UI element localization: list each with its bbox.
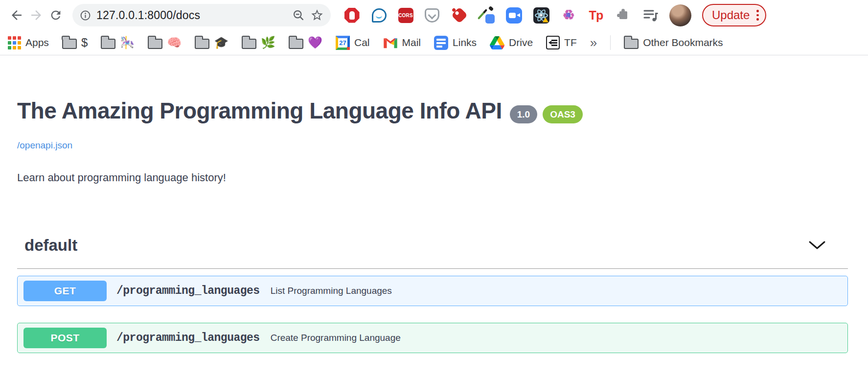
zoom-video-icon[interactable] bbox=[506, 7, 523, 24]
back-button[interactable] bbox=[7, 5, 26, 25]
section-title: default bbox=[17, 236, 77, 255]
bookmark-folder-dollar[interactable]: $ bbox=[62, 37, 88, 49]
openapi-json-link[interactable]: /openapi.json bbox=[17, 140, 72, 151]
other-bookmarks[interactable]: Other Bookmarks bbox=[624, 37, 723, 49]
oas3-badge: OAS3 bbox=[543, 105, 583, 123]
links-icon bbox=[434, 36, 448, 50]
bookmark-label: Other Bookmarks bbox=[643, 37, 723, 48]
chat-bubble-extension-icon[interactable] bbox=[371, 7, 388, 24]
bookmark-apps[interactable]: Apps bbox=[8, 36, 49, 49]
folder-icon bbox=[624, 39, 639, 49]
bookmark-links[interactable]: Links bbox=[434, 36, 477, 50]
bookmark-label: Drive bbox=[509, 37, 533, 48]
site-info-icon[interactable] bbox=[79, 9, 91, 22]
folder-icon bbox=[289, 39, 303, 49]
operation-summary: List Programming Languages bbox=[271, 286, 392, 296]
address-bar[interactable]: 127.0.0.1:8000/docs bbox=[72, 4, 331, 26]
extensions-cluster: CORS ♻ Tp Update bbox=[343, 4, 766, 26]
collapse-section-button[interactable] bbox=[808, 240, 826, 250]
bookmark-label: Mail bbox=[402, 37, 421, 48]
bookmark-folder-gradcap[interactable]: 🎓 bbox=[195, 37, 228, 49]
folder-icon bbox=[101, 39, 115, 49]
swagger-page: The Amazing Programming Language Info AP… bbox=[0, 97, 868, 353]
reload-icon bbox=[49, 8, 63, 22]
bookmark-folder-carousel[interactable]: 🎠 bbox=[101, 37, 135, 49]
operation-summary: Create Programming Language bbox=[271, 333, 401, 343]
react-devtools-icon[interactable] bbox=[533, 7, 549, 24]
page-title: The Amazing Programming Language Info AP… bbox=[17, 97, 502, 124]
bookmark-folder-herb[interactable]: 🌿 bbox=[242, 37, 275, 49]
get-method-badge: GET bbox=[23, 281, 107, 301]
bookmark-drive[interactable]: Drive bbox=[490, 36, 533, 49]
gmail-icon bbox=[383, 37, 398, 48]
api-title-row: The Amazing Programming Language Info AP… bbox=[17, 97, 848, 124]
url-text[interactable]: 127.0.0.1:8000/docs bbox=[96, 9, 287, 22]
bookmark-label: 🎠 bbox=[120, 37, 135, 48]
bookmarks-bar: Apps $ 🎠 🧠 🎓 🌿 💜 27 Cal Mail bbox=[0, 30, 868, 55]
folder-icon bbox=[148, 39, 162, 49]
update-button[interactable]: Update bbox=[702, 4, 766, 26]
extensions-puzzle-icon[interactable] bbox=[615, 7, 632, 24]
browser-menu-dots-icon[interactable] bbox=[756, 10, 759, 21]
cors-extension-icon[interactable]: CORS bbox=[398, 8, 413, 23]
bookmarks-overflow-chevron[interactable]: » bbox=[590, 35, 597, 50]
post-method-badge: POST bbox=[23, 328, 107, 348]
folder-icon bbox=[195, 39, 209, 49]
operation-path: /programming_languages bbox=[116, 332, 260, 344]
zoom-out-icon[interactable] bbox=[292, 9, 305, 22]
bookmark-label: 💜 bbox=[308, 37, 322, 48]
bookmark-tf[interactable]: TF bbox=[546, 36, 577, 49]
bookmark-label: Apps bbox=[25, 37, 49, 48]
operation-get-programming-languages[interactable]: GET /programming_languages List Programm… bbox=[17, 276, 848, 306]
apps-grid-icon bbox=[8, 36, 21, 49]
operation-path: /programming_languages bbox=[116, 285, 260, 297]
google-calendar-icon: 27 bbox=[336, 36, 350, 50]
folder-icon bbox=[62, 39, 77, 49]
tp-extension-icon[interactable]: Tp bbox=[588, 7, 604, 24]
bookmark-label: 🌿 bbox=[261, 37, 275, 48]
forward-arrow-icon bbox=[29, 8, 44, 23]
update-label: Update bbox=[712, 8, 750, 22]
bookmark-mail[interactable]: Mail bbox=[383, 37, 421, 48]
api-description: Learn about programming language history… bbox=[17, 171, 848, 184]
operation-post-programming-languages[interactable]: POST /programming_languages Create Progr… bbox=[17, 323, 848, 353]
google-drive-icon bbox=[490, 36, 504, 49]
forward-button[interactable] bbox=[26, 5, 46, 25]
bookmark-star-icon[interactable] bbox=[310, 8, 324, 22]
folder-icon bbox=[242, 39, 256, 49]
adblock-stop-hand-icon[interactable] bbox=[343, 7, 360, 24]
bookmarks-divider bbox=[610, 35, 611, 50]
bookmark-folder-brain[interactable]: 🧠 bbox=[148, 37, 182, 49]
red-key-extension-icon[interactable] bbox=[451, 7, 468, 24]
pocket-shield-icon[interactable] bbox=[424, 7, 440, 24]
bookmark-label: Cal bbox=[354, 37, 370, 48]
reload-button[interactable] bbox=[46, 5, 66, 25]
bookmark-label: 🧠 bbox=[167, 37, 182, 48]
bookmark-label: 🎓 bbox=[214, 37, 228, 48]
bookmark-label: TF bbox=[564, 37, 577, 48]
default-section-header[interactable]: default bbox=[17, 236, 848, 269]
recycle-extension-icon[interactable]: ♻ bbox=[560, 7, 577, 24]
browser-toolbar: 127.0.0.1:8000/docs CORS ♻ Tp bbox=[0, 0, 868, 30]
bookmark-label: $ bbox=[81, 37, 88, 48]
tf-doc-icon bbox=[546, 36, 560, 49]
color-picker-eyedropper-icon[interactable] bbox=[479, 7, 495, 24]
back-arrow-icon bbox=[9, 8, 24, 23]
media-playlist-icon[interactable] bbox=[642, 7, 659, 24]
bookmark-label: Links bbox=[453, 37, 477, 48]
bookmark-folder-purple-heart[interactable]: 💜 bbox=[289, 37, 322, 49]
bookmark-calendar[interactable]: 27 Cal bbox=[336, 36, 370, 50]
version-badge: 1.0 bbox=[510, 105, 537, 123]
profile-avatar[interactable] bbox=[669, 4, 691, 26]
chevron-down-icon bbox=[808, 240, 826, 250]
